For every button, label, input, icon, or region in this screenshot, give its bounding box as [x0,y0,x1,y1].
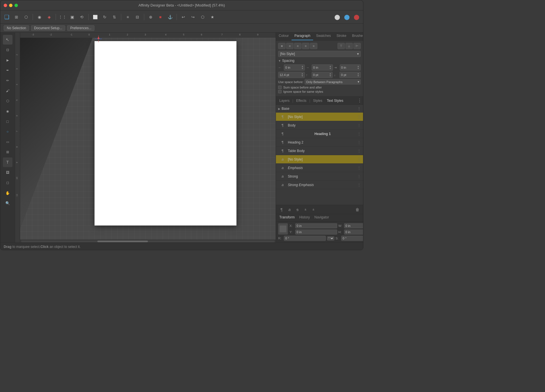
tab-history[interactable]: History [297,214,312,221]
document-setup-button[interactable]: Document Setup... [31,25,65,31]
base-menu-icon[interactable]: ⋮ [357,107,361,111]
tab-stroke[interactable]: Stroke [334,33,349,40]
tab-swatches[interactable]: Swatches [313,33,334,40]
ts-emphasis-menu-icon[interactable]: ⋮ [357,166,361,170]
h-input[interactable] [344,229,363,235]
strikethrough-button[interactable]: s [294,206,301,213]
indent-first-input[interactable]: 0 in ▲ ▼ [340,64,361,71]
ts-strong-emphasis-menu-icon[interactable]: ⋮ [357,183,361,187]
ts-emphasis[interactable]: a Emphasis ⋮ [276,164,363,172]
ts-body[interactable]: ¶ Body ⋮ [276,121,363,130]
view-circle2-icon[interactable]: ⬤ [343,13,351,21]
tab-paragraph[interactable]: Paragraph [292,33,313,40]
tab-styles[interactable]: Styles [311,98,325,104]
ts-strong[interactable]: a Strong ⋮ [276,172,363,181]
select-tool[interactable]: ↖ [3,35,12,45]
canvas-document[interactable] [95,41,236,225]
paragraph-style-dropdown[interactable]: [No Style] ▾ [278,51,361,57]
scrollbar-thumb[interactable] [97,241,148,242]
text-frame-tool[interactable]: T [3,157,12,167]
no-selection-button[interactable]: No Selection [4,25,29,31]
flip-icon[interactable]: ⇅ [110,13,119,21]
line-height-input[interactable]: 12.4 pt ▲ ▼ [278,72,305,78]
align-right-button[interactable]: ≡ [294,43,301,49]
grid-icon[interactable]: ⊞ [12,13,21,21]
ts-body-menu-icon[interactable]: ⋮ [357,123,361,127]
redo-icon[interactable]: ↪ [189,13,197,21]
rect-tool[interactable]: □ [3,117,12,126]
indent-first-spinner[interactable]: ▲ ▼ [357,65,359,70]
ts-heading1-menu-icon[interactable]: ⋮ [357,132,361,136]
boolean-icon[interactable]: ⊕ [146,13,155,21]
indent-right-input[interactable]: 0 in ▲ ▼ [312,64,333,71]
scrollbar-horizontal[interactable] [20,240,276,243]
node-tool[interactable]: ▶ [3,55,12,65]
superscript-button[interactable]: a [310,206,317,213]
spin-down-icon[interactable]: ▼ [329,75,332,77]
ts-no-style-char-menu-icon[interactable]: ⋮ [357,157,361,161]
zoom-tool[interactable]: 🔍 [3,198,12,208]
scrollbar-track[interactable] [21,241,274,242]
ts-no-style-char[interactable]: a [No Style] ⋮ [276,155,363,164]
ignore-space-checkbox[interactable] [278,90,282,93]
align-bottom-button[interactable]: ⊢ [353,43,361,49]
tab-text-styles[interactable]: Text Styles [324,98,345,104]
tab-colour[interactable]: Colour [276,33,292,40]
indent-right-spinner[interactable]: ▲ ▼ [329,65,332,70]
ts-strong-menu-icon[interactable]: ⋮ [357,174,361,178]
grid2-icon[interactable]: ⋮⋮ [58,13,67,21]
hook-icon[interactable]: ⚓ [166,13,174,21]
tab-brushes[interactable]: Brushes [349,33,363,40]
hand-tool[interactable]: ✋ [3,188,12,198]
view-circle3-icon[interactable]: ⬤ [352,13,361,21]
paint-icon[interactable]: ◈ [45,13,53,21]
ts-strong-emphasis[interactable]: a Strong Emphasis ⋮ [276,181,363,189]
space-after-input[interactable]: 0 pt ▲ ▼ [339,72,361,78]
spin-down-icon[interactable]: ▼ [357,68,359,70]
x-input[interactable] [295,223,337,228]
preferences-button[interactable]: Preferences... [67,25,95,31]
align-justify-button[interactable]: ≡ [302,43,309,49]
transform2-icon[interactable]: ⟲ [77,13,86,21]
tab-transform[interactable]: Transform [277,214,297,221]
crop-tool[interactable]: ⊞ [3,147,12,157]
minimize-button[interactable] [9,4,12,7]
add-para-style-button[interactable]: ¶ [278,206,285,213]
arrange-icon[interactable]: ⬡ [198,13,207,21]
align-justify-all-button[interactable]: ≡ [310,43,317,49]
space-before-input[interactable]: 0 pt ▲ ▼ [312,72,333,78]
rotate2-icon[interactable]: ↻ [100,13,109,21]
r-unit-select[interactable]: ° [327,236,334,241]
base-expand-icon[interactable]: ▶ [278,107,280,110]
ts-no-style-para[interactable]: ¶ [No Style] ⋮ [276,113,363,121]
spin-down-icon[interactable]: ▼ [329,68,332,70]
ts-heading1[interactable]: ¶ Heading 1 ⋮ [276,130,363,138]
spin-down-icon[interactable]: ▼ [301,68,303,70]
align-top-button[interactable]: ⊤ [338,43,345,49]
use-space-dropdown[interactable]: Only Between Paragraphs ▾ [305,79,361,85]
s-input[interactable] [341,236,363,241]
maximize-button[interactable] [14,4,18,7]
tab-navigator[interactable]: Navigator [312,214,331,221]
r-input[interactable] [284,236,326,241]
space-before-spinner[interactable]: ▲ ▼ [329,73,332,77]
view-circle1-icon[interactable]: ⬤ [333,13,341,21]
effects-icon[interactable]: ★ [208,13,217,21]
ts-heading2-menu-icon[interactable]: ⋮ [357,140,361,144]
ts-table-body-menu-icon[interactable]: ⋮ [357,149,361,153]
subscript-button[interactable]: a [302,206,309,213]
shape-tool[interactable]: ▭ [3,137,12,147]
align-left-button[interactable]: ≡ [278,43,286,49]
canvas-area[interactable]: -3 -2 -1 0 1 2 3 4 5 6 7 8 9 2 3 4 5 [15,33,276,243]
align-center-button[interactable]: ≡ [286,43,294,49]
ellipse-tool[interactable]: ○ [3,127,12,136]
delete-style-button[interactable]: 🗑 [354,206,361,213]
close-button[interactable] [4,4,7,7]
image-tool[interactable]: 🖼 [3,168,12,177]
indent-left-spinner[interactable]: ▲ ▼ [301,65,303,70]
erase-tool[interactable]: ◻ [3,178,12,187]
fill-tool[interactable]: ⬡ [3,96,12,106]
line-height-spinner[interactable]: ▲ ▼ [301,73,303,77]
point-tool[interactable]: ◉ [3,106,12,116]
sum-space-checkbox[interactable] [278,86,282,89]
